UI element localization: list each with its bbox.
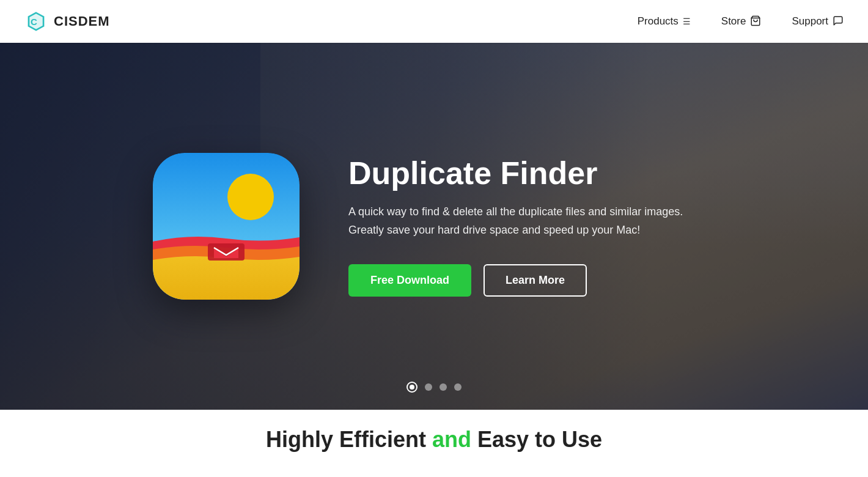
below-hero-title: Highly Efficient and Easy to Use xyxy=(266,427,602,453)
products-menu-icon: ☰ xyxy=(683,17,691,26)
carousel-dot-3[interactable] xyxy=(440,383,447,391)
below-title-rest: Easy to Use xyxy=(471,427,602,452)
free-download-button[interactable]: Free Download xyxy=(348,264,471,297)
logo-link[interactable]: C CISDEM xyxy=(24,10,110,33)
svg-text:C: C xyxy=(31,17,37,27)
hero-text-block: Duplicate Finder A quick way to find & d… xyxy=(348,156,715,297)
svg-point-7 xyxy=(227,174,274,220)
nav-links: Products ☰ Store Support xyxy=(638,15,844,28)
hero-title: Duplicate Finder xyxy=(348,156,715,191)
below-title-plain: Highly Efficient xyxy=(266,427,432,452)
below-hero-section: Highly Efficient and Easy to Use xyxy=(0,410,868,453)
carousel-dot-2[interactable] xyxy=(425,383,432,391)
logo-icon: C xyxy=(24,10,48,33)
hero-buttons: Free Download Learn More xyxy=(348,264,715,297)
support-chat-icon xyxy=(833,15,844,28)
nav-support[interactable]: Support xyxy=(792,15,844,28)
learn-more-button[interactable]: Learn More xyxy=(484,264,587,297)
nav-products-label: Products xyxy=(638,15,679,28)
carousel-dot-1[interactable] xyxy=(406,382,417,393)
below-title-accent: and xyxy=(432,427,471,452)
store-bag-icon xyxy=(750,15,761,28)
carousel-dot-4[interactable] xyxy=(454,383,462,391)
logo-text: CISDEM xyxy=(54,13,110,29)
nav-store[interactable]: Store xyxy=(721,15,762,28)
nav-support-label: Support xyxy=(792,15,828,28)
app-icon xyxy=(153,153,300,300)
hero-content: Duplicate Finder A quick way to find & d… xyxy=(0,43,868,410)
nav-products[interactable]: Products ☰ xyxy=(638,15,691,28)
nav-store-label: Store xyxy=(721,15,746,28)
hero-section: Duplicate Finder A quick way to find & d… xyxy=(0,43,868,410)
carousel-dots xyxy=(406,382,462,393)
app-icon-container xyxy=(153,153,300,300)
hero-subtitle: A quick way to find & delete all the dup… xyxy=(348,203,715,239)
navbar: C CISDEM Products ☰ Store Support xyxy=(0,0,868,43)
